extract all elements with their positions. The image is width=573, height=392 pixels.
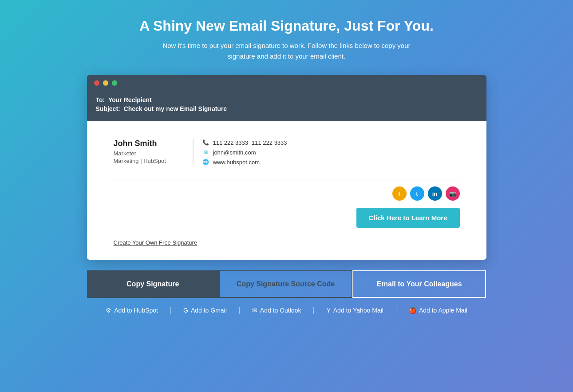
- dot-red: [94, 80, 99, 86]
- sig-website-row: 🌐 www.hubspot.com: [202, 158, 287, 166]
- create-link[interactable]: Create Your Own Free Signature: [114, 239, 198, 246]
- sig-phone-row: 📞 111 222 3333 111 222 3333: [202, 139, 287, 146]
- email-to: To: Your Recipient: [96, 96, 478, 103]
- create-link-container: Create Your Own Free Signature: [114, 238, 460, 246]
- social-row: f t in 📷: [114, 186, 460, 201]
- copy-source-code-button[interactable]: Copy Signature Source Code: [219, 270, 352, 298]
- sig-left: John Smith Marketer Marketing | HubSpot: [114, 139, 194, 164]
- cta-button[interactable]: Click Here to Learn More: [356, 208, 460, 228]
- apple-icon: 🍎: [409, 307, 416, 314]
- gmail-icon: G: [183, 307, 188, 314]
- twitter-btn[interactable]: t: [410, 186, 424, 201]
- sig-email-row: ✉ john@smith.com: [202, 149, 287, 156]
- page-title: A Shiny New Email Signature, Just For Yo…: [139, 18, 434, 34]
- add-to-outlook[interactable]: ✉ Add to Outlook: [240, 307, 314, 314]
- add-to-hubspot[interactable]: ⚙ Add to HubSpot: [93, 307, 171, 314]
- email-colleagues-button[interactable]: Email to Your Colleagues: [352, 270, 486, 298]
- page-subtitle: Now it's time to put your email signatur…: [154, 40, 420, 62]
- sig-name: John Smith: [114, 139, 184, 148]
- dot-green: [112, 80, 117, 86]
- sig-company: Marketing | HubSpot: [114, 158, 184, 164]
- phone-icon: 📞: [202, 139, 209, 146]
- email-window: To: Your Recipient Subject: Check out my…: [87, 75, 486, 260]
- add-to-row: ⚙ Add to HubSpot G Add to Gmail ✉ Add to…: [87, 307, 486, 314]
- window-titlebar: [87, 75, 486, 91]
- hubspot-icon: ⚙: [106, 307, 111, 314]
- signature-divider: [114, 179, 460, 179]
- email-icon: ✉: [202, 149, 209, 156]
- add-to-apple-mail[interactable]: 🍎 Add to Apple Mail: [396, 307, 480, 314]
- dot-yellow: [103, 80, 108, 86]
- facebook-btn[interactable]: f: [392, 186, 407, 201]
- website-icon: 🌐: [202, 158, 209, 166]
- email-subject: Subject: Check out my new Email Signatur…: [96, 105, 478, 112]
- cta-row: Click Here to Learn More: [114, 208, 460, 228]
- yahoo-icon: Y: [326, 307, 330, 314]
- linkedin-btn[interactable]: in: [428, 186, 442, 201]
- sig-title: Marketer: [114, 150, 184, 157]
- email-header: To: Your Recipient Subject: Check out my…: [87, 91, 486, 121]
- signature-container: John Smith Marketer Marketing | HubSpot …: [114, 139, 460, 168]
- copy-signature-button[interactable]: Copy Signature: [87, 270, 219, 298]
- instagram-btn[interactable]: 📷: [446, 186, 460, 201]
- sig-right: 📞 111 222 3333 111 222 3333 ✉ john@smith…: [194, 139, 287, 168]
- outlook-icon: ✉: [252, 307, 257, 314]
- add-to-yahoo[interactable]: Y Add to Yahoo Mail: [314, 307, 396, 314]
- email-body: John Smith Marketer Marketing | HubSpot …: [87, 121, 486, 260]
- add-to-gmail[interactable]: G Add to Gmail: [171, 307, 240, 314]
- action-buttons: Copy Signature Copy Signature Source Cod…: [87, 270, 486, 298]
